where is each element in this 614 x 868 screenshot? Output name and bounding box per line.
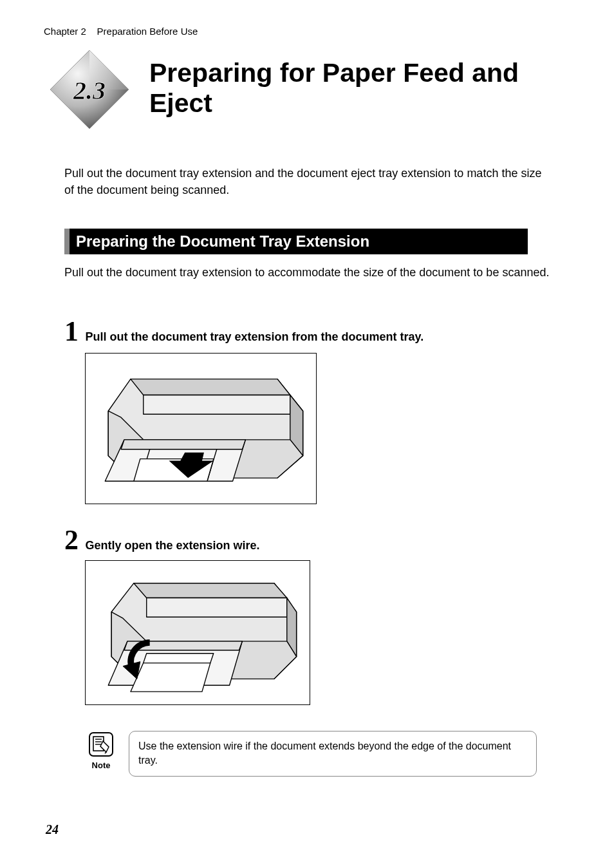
chapter-label: Chapter 2 — [44, 26, 86, 37]
step-1: 1 Pull out the document tray extension f… — [64, 315, 550, 348]
step-number: 2 — [64, 524, 79, 556]
svg-marker-14 — [134, 583, 287, 598]
step-text: Pull out the document tray extension fro… — [85, 330, 423, 343]
section-number-text: 2.3 — [73, 76, 106, 105]
note-text: Use the extension wire if the document e… — [129, 731, 537, 777]
svg-marker-3 — [131, 379, 290, 395]
svg-line-26 — [105, 752, 106, 753]
note-icon — [88, 731, 115, 758]
step-number: 1 — [64, 315, 79, 348]
subsection-description: Pull out the document tray extension to … — [64, 264, 550, 281]
svg-marker-8 — [121, 440, 245, 449]
note-icon-column: Note — [85, 731, 117, 770]
section-title: Preparing for Paper Feed and Eject — [149, 58, 563, 118]
page-number: 24 — [46, 822, 59, 837]
step-text: Gently open the extension wire. — [85, 539, 259, 552]
figure-scanner-tray-extension — [85, 353, 317, 504]
figure-scanner-extension-wire — [85, 560, 310, 705]
svg-marker-15 — [147, 598, 287, 617]
svg-marker-4 — [144, 395, 290, 414]
chapter-header: Chapter 2 Preparation Before Use — [44, 26, 198, 37]
section-header: 2.3 Preparing for Paper Feed and Eject — [46, 46, 563, 133]
section-number-badge: 2.3 — [46, 46, 133, 133]
note-label: Note — [85, 760, 117, 770]
subsection-heading: Preparing the Document Tray Extension — [64, 229, 528, 254]
step-2: 2 Gently open the extension wire. — [64, 524, 550, 556]
intro-paragraph: Pull out the document tray extension and… — [64, 165, 550, 198]
chapter-title: Preparation Before Use — [97, 26, 198, 37]
note-callout: Note Use the extension wire if the docum… — [85, 731, 537, 777]
